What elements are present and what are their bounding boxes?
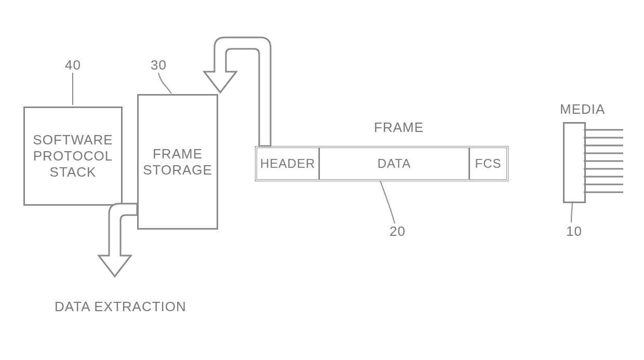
arrow-storage-to-extraction: [99, 204, 137, 276]
frame-fcs-label: FCS: [475, 156, 502, 171]
ref-20: 20: [390, 223, 406, 239]
frame-storage: FRAME STORAGE: [137, 94, 218, 230]
frame-title-label: FRAME: [374, 119, 424, 136]
media-block: [563, 122, 586, 203]
software-stack-label: SOFTWARE PROTOCOL STACK: [33, 132, 113, 180]
frame-header-label: HEADER: [260, 156, 315, 171]
software-protocol-stack: SOFTWARE PROTOCOL STACK: [23, 106, 123, 206]
frame-fcs-cell: FCS: [470, 148, 506, 179]
frame-data-label: DATA: [378, 156, 411, 171]
ref-40: 40: [65, 57, 81, 73]
ref-30: 30: [151, 57, 167, 73]
data-extraction-label: DATA EXTRACTION: [55, 299, 186, 315]
frame-header-cell: HEADER: [257, 148, 320, 179]
media-signal-lines: [584, 130, 623, 192]
media-label: MEDIA: [560, 101, 605, 117]
frame-box: HEADER DATA FCS: [255, 146, 508, 181]
frame-storage-label: FRAME STORAGE: [143, 146, 212, 178]
frame-data-cell: DATA: [320, 148, 470, 179]
ref-10: 10: [566, 223, 582, 239]
